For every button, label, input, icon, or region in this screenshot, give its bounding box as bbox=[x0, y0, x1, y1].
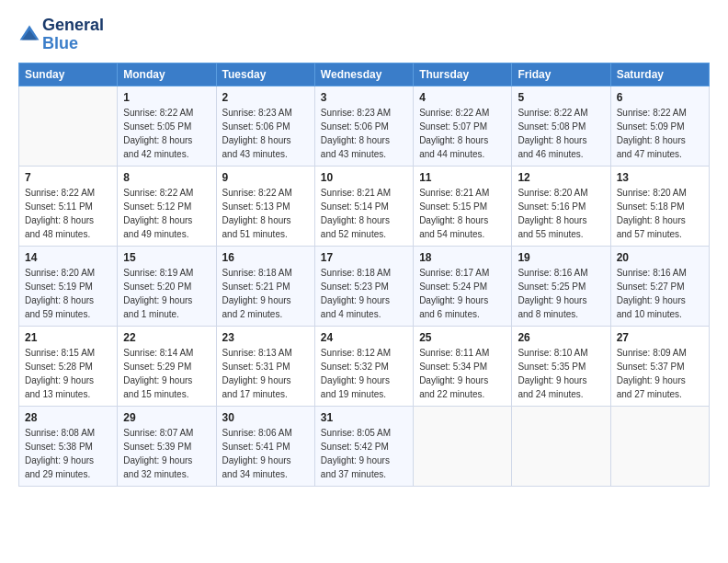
calendar-cell: 13Sunrise: 8:20 AM Sunset: 5:18 PM Dayli… bbox=[610, 166, 709, 246]
day-info: Sunrise: 8:23 AM Sunset: 5:06 PM Dayligh… bbox=[222, 106, 309, 161]
calendar-cell: 4Sunrise: 8:22 AM Sunset: 5:07 PM Daylig… bbox=[414, 86, 512, 166]
calendar-cell: 22Sunrise: 8:14 AM Sunset: 5:29 PM Dayli… bbox=[118, 326, 216, 406]
calendar-cell: 25Sunrise: 8:11 AM Sunset: 5:34 PM Dayli… bbox=[414, 326, 512, 406]
calendar-cell: 11Sunrise: 8:21 AM Sunset: 5:15 PM Dayli… bbox=[414, 166, 512, 246]
day-info: Sunrise: 8:22 AM Sunset: 5:09 PM Dayligh… bbox=[617, 106, 703, 161]
week-row-1: 1Sunrise: 8:22 AM Sunset: 5:05 PM Daylig… bbox=[19, 86, 710, 166]
day-number: 10 bbox=[321, 171, 407, 184]
calendar-cell: 24Sunrise: 8:12 AM Sunset: 5:32 PM Dayli… bbox=[314, 326, 413, 406]
day-info: Sunrise: 8:21 AM Sunset: 5:14 PM Dayligh… bbox=[321, 186, 407, 241]
calendar-cell: 26Sunrise: 8:10 AM Sunset: 5:35 PM Dayli… bbox=[512, 326, 610, 406]
calendar-cell bbox=[414, 406, 512, 486]
day-number: 28 bbox=[25, 411, 111, 424]
day-number: 15 bbox=[123, 251, 210, 264]
calendar-cell: 9Sunrise: 8:22 AM Sunset: 5:13 PM Daylig… bbox=[216, 166, 314, 246]
day-number: 6 bbox=[617, 91, 703, 104]
day-info: Sunrise: 8:10 AM Sunset: 5:35 PM Dayligh… bbox=[518, 346, 604, 401]
day-info: Sunrise: 8:14 AM Sunset: 5:29 PM Dayligh… bbox=[123, 346, 210, 401]
calendar-cell: 31Sunrise: 8:05 AM Sunset: 5:42 PM Dayli… bbox=[314, 406, 413, 486]
calendar-cell: 27Sunrise: 8:09 AM Sunset: 5:37 PM Dayli… bbox=[610, 326, 709, 406]
week-row-3: 14Sunrise: 8:20 AM Sunset: 5:19 PM Dayli… bbox=[19, 246, 710, 326]
calendar-cell: 6Sunrise: 8:22 AM Sunset: 5:09 PM Daylig… bbox=[610, 86, 709, 166]
col-header-thursday: Thursday bbox=[414, 63, 512, 86]
day-number: 19 bbox=[518, 251, 604, 264]
day-info: Sunrise: 8:22 AM Sunset: 5:07 PM Dayligh… bbox=[419, 106, 506, 161]
day-number: 29 bbox=[123, 411, 210, 424]
day-number: 8 bbox=[123, 171, 210, 184]
day-number: 27 bbox=[617, 331, 703, 344]
day-number: 18 bbox=[419, 251, 506, 264]
day-info: Sunrise: 8:22 AM Sunset: 5:12 PM Dayligh… bbox=[123, 186, 210, 241]
day-info: Sunrise: 8:06 AM Sunset: 5:41 PM Dayligh… bbox=[222, 426, 309, 481]
logo-icon bbox=[18, 24, 40, 46]
calendar-cell: 2Sunrise: 8:23 AM Sunset: 5:06 PM Daylig… bbox=[216, 86, 314, 166]
calendar-cell: 29Sunrise: 8:07 AM Sunset: 5:39 PM Dayli… bbox=[118, 406, 216, 486]
day-number: 20 bbox=[617, 251, 703, 264]
calendar-cell: 28Sunrise: 8:08 AM Sunset: 5:38 PM Dayli… bbox=[19, 406, 118, 486]
col-header-monday: Monday bbox=[118, 63, 216, 86]
col-header-friday: Friday bbox=[512, 63, 610, 86]
day-info: Sunrise: 8:15 AM Sunset: 5:28 PM Dayligh… bbox=[25, 346, 111, 401]
day-info: Sunrise: 8:22 AM Sunset: 5:05 PM Dayligh… bbox=[123, 106, 210, 161]
calendar-cell: 15Sunrise: 8:19 AM Sunset: 5:20 PM Dayli… bbox=[118, 246, 216, 326]
calendar-cell: 12Sunrise: 8:20 AM Sunset: 5:16 PM Dayli… bbox=[512, 166, 610, 246]
day-info: Sunrise: 8:17 AM Sunset: 5:24 PM Dayligh… bbox=[419, 266, 506, 321]
day-info: Sunrise: 8:09 AM Sunset: 5:37 PM Dayligh… bbox=[617, 346, 703, 401]
col-header-saturday: Saturday bbox=[610, 63, 709, 86]
day-info: Sunrise: 8:11 AM Sunset: 5:34 PM Dayligh… bbox=[419, 346, 506, 401]
day-number: 11 bbox=[419, 171, 506, 184]
calendar-cell: 3Sunrise: 8:23 AM Sunset: 5:06 PM Daylig… bbox=[314, 86, 413, 166]
week-row-4: 21Sunrise: 8:15 AM Sunset: 5:28 PM Dayli… bbox=[19, 326, 710, 406]
day-number: 22 bbox=[123, 331, 210, 344]
day-info: Sunrise: 8:12 AM Sunset: 5:32 PM Dayligh… bbox=[321, 346, 407, 401]
day-number: 26 bbox=[518, 331, 604, 344]
day-number: 2 bbox=[222, 91, 309, 104]
calendar-page: General Blue SundayMondayTuesdayWednesda… bbox=[0, 0, 728, 563]
day-info: Sunrise: 8:13 AM Sunset: 5:31 PM Dayligh… bbox=[222, 346, 309, 401]
calendar-cell: 8Sunrise: 8:22 AM Sunset: 5:12 PM Daylig… bbox=[118, 166, 216, 246]
day-number: 5 bbox=[518, 91, 604, 104]
calendar-cell: 17Sunrise: 8:18 AM Sunset: 5:23 PM Dayli… bbox=[314, 246, 413, 326]
logo-line1: General bbox=[42, 17, 104, 35]
day-number: 14 bbox=[25, 251, 111, 264]
day-number: 31 bbox=[321, 411, 407, 424]
day-number: 23 bbox=[222, 331, 309, 344]
calendar-cell: 30Sunrise: 8:06 AM Sunset: 5:41 PM Dayli… bbox=[216, 406, 314, 486]
calendar-table: SundayMondayTuesdayWednesdayThursdayFrid… bbox=[18, 63, 710, 487]
day-info: Sunrise: 8:20 AM Sunset: 5:18 PM Dayligh… bbox=[617, 186, 703, 241]
day-number: 16 bbox=[222, 251, 309, 264]
day-number: 24 bbox=[321, 331, 407, 344]
day-info: Sunrise: 8:20 AM Sunset: 5:19 PM Dayligh… bbox=[25, 266, 111, 321]
calendar-cell: 19Sunrise: 8:16 AM Sunset: 5:25 PM Dayli… bbox=[512, 246, 610, 326]
calendar-cell: 1Sunrise: 8:22 AM Sunset: 5:05 PM Daylig… bbox=[118, 86, 216, 166]
day-info: Sunrise: 8:21 AM Sunset: 5:15 PM Dayligh… bbox=[419, 186, 506, 241]
day-number: 1 bbox=[123, 91, 210, 104]
day-info: Sunrise: 8:16 AM Sunset: 5:27 PM Dayligh… bbox=[617, 266, 703, 321]
calendar-cell: 18Sunrise: 8:17 AM Sunset: 5:24 PM Dayli… bbox=[414, 246, 512, 326]
day-number: 3 bbox=[321, 91, 407, 104]
day-info: Sunrise: 8:20 AM Sunset: 5:16 PM Dayligh… bbox=[518, 186, 604, 241]
day-number: 30 bbox=[222, 411, 309, 424]
col-header-wednesday: Wednesday bbox=[314, 63, 413, 86]
header-row: SundayMondayTuesdayWednesdayThursdayFrid… bbox=[19, 63, 710, 86]
calendar-cell: 16Sunrise: 8:18 AM Sunset: 5:21 PM Dayli… bbox=[216, 246, 314, 326]
calendar-cell: 23Sunrise: 8:13 AM Sunset: 5:31 PM Dayli… bbox=[216, 326, 314, 406]
calendar-cell: 21Sunrise: 8:15 AM Sunset: 5:28 PM Dayli… bbox=[19, 326, 118, 406]
calendar-cell: 14Sunrise: 8:20 AM Sunset: 5:19 PM Dayli… bbox=[19, 246, 118, 326]
calendar-cell: 7Sunrise: 8:22 AM Sunset: 5:11 PM Daylig… bbox=[19, 166, 118, 246]
day-number: 17 bbox=[321, 251, 407, 264]
calendar-cell bbox=[512, 406, 610, 486]
day-number: 9 bbox=[222, 171, 309, 184]
day-number: 21 bbox=[25, 331, 111, 344]
logo: General Blue bbox=[18, 17, 104, 53]
day-number: 7 bbox=[25, 171, 111, 184]
day-info: Sunrise: 8:16 AM Sunset: 5:25 PM Dayligh… bbox=[518, 266, 604, 321]
day-info: Sunrise: 8:08 AM Sunset: 5:38 PM Dayligh… bbox=[25, 426, 111, 481]
day-info: Sunrise: 8:22 AM Sunset: 5:08 PM Dayligh… bbox=[518, 106, 604, 161]
col-header-tuesday: Tuesday bbox=[216, 63, 314, 86]
day-info: Sunrise: 8:18 AM Sunset: 5:23 PM Dayligh… bbox=[321, 266, 407, 321]
day-info: Sunrise: 8:19 AM Sunset: 5:20 PM Dayligh… bbox=[123, 266, 210, 321]
col-header-sunday: Sunday bbox=[19, 63, 118, 86]
calendar-cell bbox=[610, 406, 709, 486]
day-number: 4 bbox=[419, 91, 506, 104]
